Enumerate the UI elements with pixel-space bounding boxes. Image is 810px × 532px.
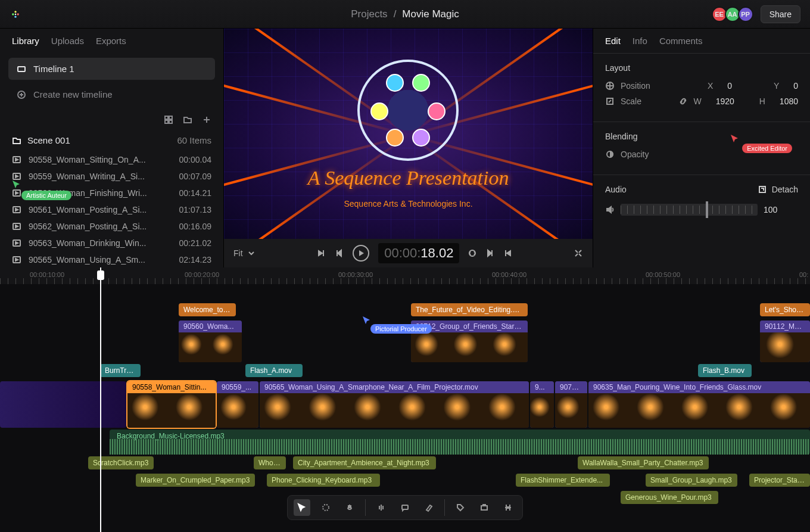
clip-video[interactable]: 90635_Man_Pouring_Wine_Into_Friends_Glas… [588, 381, 810, 428]
clip-video[interactable]: 90112_Man_M [760, 321, 810, 362]
clip-video[interactable]: 90560_Woma... [179, 321, 242, 362]
clip-fx[interactable]: Flash_B.mov [698, 364, 752, 377]
clip-sfx[interactable]: City_Apartment_Ambience_at_Night.mp3 [293, 456, 436, 469]
clip-video[interactable] [0, 381, 126, 428]
audio-heading: Audio [605, 185, 627, 194]
overlay-video-track: 90560_Woma... 90712_Group_of_Friends_Sta… [0, 321, 810, 362]
hand-tool[interactable] [341, 499, 358, 516]
tab-comments[interactable]: Comments [659, 36, 703, 46]
link-icon[interactable] [678, 97, 688, 106]
position-x[interactable]: 0 [727, 81, 732, 91]
position-icon [605, 81, 615, 91]
inspector: Edit Info Comments Layout Position X 0 Y… [593, 29, 810, 267]
ruler[interactable]: 00:00:10:00 00:00:20:00 00:00:30:00 00:0… [0, 267, 810, 284]
clip-sfx[interactable]: FlashShimmer_Extende... [516, 474, 610, 487]
create-timeline-button[interactable]: Create new timeline [8, 83, 215, 105]
clip-fx[interactable]: Flash_A.mov [245, 364, 303, 377]
erase-tool[interactable] [420, 499, 437, 516]
detach-button[interactable]: Detach [758, 185, 798, 194]
fit-select[interactable]: Fit [233, 248, 256, 258]
scale-h[interactable]: 1080 [780, 97, 798, 106]
media-tool[interactable] [476, 499, 493, 516]
tag-tool[interactable] [452, 499, 469, 516]
prev-frame-icon[interactable] [334, 248, 344, 258]
skip-back-icon[interactable] [316, 248, 326, 258]
volume-value[interactable]: 100 [764, 205, 777, 214]
timeline-name: Timeline 1 [33, 64, 74, 74]
timeline-row[interactable]: Timeline 1 [8, 58, 215, 80]
tab-library[interactable]: Library [12, 36, 39, 46]
clip-video[interactable]: 90565_Woman_Using_A_Smarphone_Near_A_Fil… [260, 381, 529, 428]
timecode[interactable]: 00:00:18.02 [378, 243, 459, 263]
next-frame-icon[interactable] [485, 248, 495, 258]
timeline-icon [17, 64, 26, 74]
list-item[interactable]: 90561_Woman_Posting_A_Si...01:07.13 [0, 201, 223, 218]
plus-circle-icon [17, 90, 26, 99]
cursor-icon [12, 180, 21, 189]
comment-tool[interactable] [397, 499, 413, 516]
position-y[interactable]: 0 [793, 81, 798, 91]
list-item[interactable]: 90562_Woman_Posting_A_Si...00:16.09 [0, 218, 223, 235]
svg-point-1 [17, 13, 19, 15]
playhead[interactable] [100, 267, 101, 532]
preview-title: A Sequence Presentation [307, 167, 509, 189]
breadcrumb-sep: / [394, 8, 397, 20]
cursor-label-pictorial: Pictorial Producer [370, 324, 432, 334]
cursor-label-excited: Excited Editor [742, 144, 792, 153]
clip-sfx[interactable]: Projector_Start_U [749, 474, 810, 487]
split-tool[interactable] [373, 499, 390, 516]
clip-overlay[interactable]: The_Future_of_Video_Editing.png [411, 303, 528, 316]
tab-uploads[interactable]: Uploads [51, 36, 84, 46]
breadcrumb: Projects / Movie Magic [351, 8, 459, 20]
clip-sfx[interactable]: Phone_Clicking_Keyboard.mp3 [267, 474, 380, 487]
fx-track: BurnTra... Flash_A.mov Flash_B.mov [0, 364, 810, 379]
svg-rect-10 [169, 120, 172, 123]
plus-icon[interactable] [202, 115, 211, 125]
tab-exports[interactable]: Exports [96, 36, 126, 46]
clip-sfx[interactable]: Whoos... [254, 456, 286, 469]
clip-sfx[interactable]: Marker_On_Crumpled_Paper.mp3 [136, 474, 255, 487]
audio-track[interactable]: Background_Music-Licensed.mp3 [110, 430, 810, 455]
tab-edit[interactable]: Edit [605, 36, 621, 46]
clip-sfx[interactable]: ScratchClick.mp3 [88, 456, 154, 469]
shortcuts-tool[interactable] [500, 499, 516, 516]
list-item[interactable]: 90565_Woman_Using_A_Sm...02:14.23 [0, 251, 223, 267]
detach-icon [758, 185, 767, 194]
lasso-tool[interactable] [317, 499, 334, 516]
clip-sfx[interactable]: Generous_Wine_Pour.mp3 [621, 491, 718, 504]
clip-overlay[interactable]: Let's_Show_Yo [760, 303, 810, 316]
loop-icon[interactable] [468, 248, 477, 258]
folder-plus-icon[interactable] [183, 115, 192, 125]
volume-slider[interactable] [621, 204, 758, 216]
clip-video[interactable]: 90559_... [217, 381, 258, 428]
list-item[interactable]: 90563_Woman_Drinking_Win...00:21.02 [0, 235, 223, 251]
clip-video[interactable]: 9... [530, 381, 554, 428]
grid-view-icon[interactable] [164, 115, 173, 125]
opacity-icon [605, 150, 615, 159]
play-icon[interactable] [352, 244, 370, 262]
svg-rect-24 [402, 505, 408, 509]
list-item[interactable]: 90559_Woman_Writing_A_Si...00:07.09 [0, 168, 223, 185]
share-button[interactable]: Share [761, 5, 800, 23]
skip-forward-icon[interactable] [503, 248, 513, 258]
clip-video[interactable]: 90711... [555, 381, 587, 428]
clip-sfx[interactable]: WallaWalla_Small_Party_Chatter.mp3 [578, 456, 709, 469]
tab-info[interactable]: Info [633, 36, 647, 46]
scene-items: 90558_Woman_Sitting_On_A...00:00.04 9055… [0, 151, 223, 267]
clip-overlay[interactable]: Welcome_to_S... [179, 303, 236, 316]
clip-fx[interactable]: BurnTra... [100, 364, 141, 377]
scale-w[interactable]: 1920 [716, 97, 734, 106]
list-item[interactable]: 90558_Woman_Sitting_On_A...00:00.04 [0, 151, 223, 168]
preview-canvas[interactable]: A Sequence Presentation Sequence Arts & … [224, 29, 593, 239]
scale-icon [605, 97, 615, 106]
select-tool[interactable] [294, 499, 310, 516]
video-icon [12, 155, 21, 164]
svg-rect-22 [759, 186, 765, 192]
svg-rect-5 [18, 67, 25, 71]
fullscreen-icon[interactable] [574, 248, 583, 258]
avatar-pp[interactable]: PP [738, 7, 753, 22]
clip-sfx[interactable]: Small_Group_Laugh.mp3 [646, 474, 737, 487]
clip-video-selected[interactable]: 90558_Woman_Sittin... [127, 381, 216, 428]
scale-label: Scale [621, 97, 672, 106]
breadcrumb-root[interactable]: Projects [351, 8, 387, 20]
